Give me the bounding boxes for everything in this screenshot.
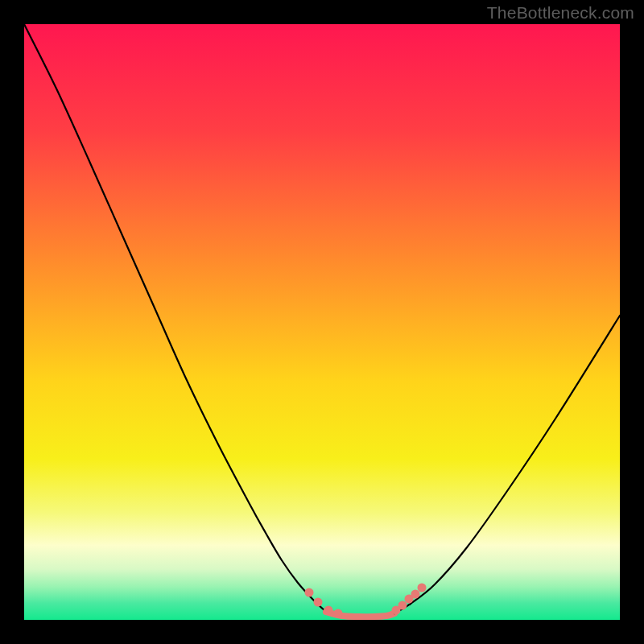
valley-dot — [305, 588, 314, 597]
valley-dot — [418, 584, 427, 592]
right-curve — [394, 316, 620, 613]
valley-dot — [314, 598, 323, 607]
watermark-text: TheBottleneck.com — [487, 3, 634, 23]
chart-frame: TheBottleneck.com — [0, 0, 644, 644]
valley-dot — [324, 606, 333, 615]
valley-dot — [411, 590, 420, 599]
valley-dot — [398, 601, 407, 610]
valley-dot — [334, 609, 343, 618]
curve-layer — [24, 24, 620, 620]
plot-area — [24, 24, 620, 620]
left-curve — [24, 24, 326, 612]
